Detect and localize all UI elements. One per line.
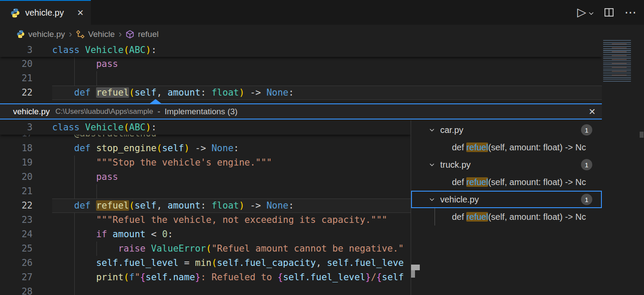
code-token: None [212,143,234,153]
chevron-down-icon[interactable] [428,161,435,168]
peek-editor[interactable]: 3class Vehicle(ABC): 17 @abstractmethod … [0,120,411,295]
code-token: ABC [129,122,146,133]
code-line-22[interactable]: 22 def refuel(self, amount: float) -> No… [0,199,411,213]
minimap[interactable] [603,40,631,82]
tab-vehicle-py[interactable]: vehicle.py ✕ [0,0,91,25]
code-token: ) [239,87,245,98]
code-token: self.fuel_leve [327,258,404,268]
code-text: class Vehicle(ABC): [52,120,411,135]
scrollbar-thumb[interactable] [640,132,644,138]
code-text: raise ValueError("Refuel amount cannot b… [52,242,411,256]
line-number[interactable]: 26 [0,256,52,270]
peek-file-path: C:\Users\luabud\Apps\sample [56,107,153,116]
breadcrumb-item-file[interactable]: vehicle.py [17,30,65,39]
code-token: amount [168,87,201,98]
line-number[interactable]: 20 [0,57,52,71]
breadcrumb-label: Vehicle [88,30,115,39]
code-line-21[interactable]: 21 [0,71,602,86]
code-token: @abstractmethod [74,135,157,139]
code-token: stop_engine [96,143,156,153]
code-token: float [212,200,239,211]
reference-match: refuel [466,212,488,222]
code-line-3[interactable]: 3class Vehicle(ABC): [0,120,411,135]
breadcrumb: vehicle.py › Vehicle › refuel [0,25,644,43]
code-token: { [140,272,146,282]
vscode-window: vehicle.py ✕ ▷ ⋯ vehicle [0,0,644,295]
code-line-18[interactable]: 18 def stop_engine(self) -> None: [0,141,411,156]
line-number[interactable]: 24 [0,227,52,242]
code-line-3[interactable]: 3class Vehicle(ABC): [0,43,602,57]
tree-file-row-truck-py[interactable]: truck.py1 [411,156,602,173]
tab-close-icon[interactable]: ✕ [77,8,84,18]
code-line-28[interactable]: 28 [0,285,411,295]
peek-close-icon[interactable]: ✕ [588,104,596,119]
code-line-25[interactable]: 25 raise ValueError("Refuel amount canno… [0,242,411,256]
breadcrumb-item-class[interactable]: Vehicle [76,30,115,39]
code-token: Vehicle [85,122,124,133]
line-number[interactable]: 27 [0,270,52,285]
code-token: min [195,258,212,268]
line-number[interactable]: 3 [0,120,52,135]
line-number[interactable]: 20 [0,170,52,184]
line-number[interactable]: 22 [0,86,52,100]
tree-file-row-car-py[interactable]: car.py1 [411,121,602,139]
line-number[interactable]: 3 [0,43,52,57]
tree-reference-row[interactable]: def refuel(self, amount: float) -> Nc [411,139,602,156]
code-line-23[interactable]: 23 """Refuel the vehicle, not exceeding … [0,213,411,227]
breadcrumb-separator-icon: › [69,30,72,39]
tree-file-row-vehicle-py[interactable]: vehicle.py1 [411,191,602,208]
line-number[interactable]: 19 [0,156,52,170]
more-actions-icon[interactable]: ⋯ [624,7,637,19]
sticky-scroll-line[interactable]: 3class Vehicle(ABC): [0,120,411,135]
run-python-file-icon[interactable]: ▷ [577,7,586,18]
code-line-20[interactable]: 20 pass [0,170,411,184]
code-token: " [135,272,140,282]
tab-bar: vehicle.py ✕ ▷ ⋯ [0,0,644,25]
code-token: amount [168,200,201,211]
chevron-down-icon[interactable] [428,196,435,203]
code-line-21[interactable]: 21 [0,184,411,199]
code-line-19[interactable]: 19 """Stop the vehicle's engine.""" [0,156,411,170]
code-token: def [74,200,96,211]
code-token: ( [206,243,212,254]
peek-results-tree: car.py1def refuel(self, amount: float) -… [411,120,602,295]
editor-pane[interactable]: 3class Vehicle(ABC): 20 pass2122 def ref… [0,43,602,103]
tree-reference-row[interactable]: def refuel(self, amount: float) -> Nc [411,208,602,225]
line-number[interactable]: 18 [0,141,52,156]
line-number[interactable]: 25 [0,242,52,256]
code-line-26[interactable]: 26 self.fuel_level = min(self.fuel_capac… [0,256,411,270]
code-line-20[interactable]: 20 pass [0,57,602,71]
line-number[interactable]: 23 [0,213,52,227]
code-token: self.fuel_level [96,258,179,268]
code-token: self.name [146,272,195,282]
code-token: self.fuel_capacity [217,258,316,268]
tree-indent-guide [435,208,435,225]
code-line-24[interactable]: 24 if amount < 0: [0,227,411,242]
code-token: : [151,122,157,133]
line-number[interactable]: 21 [0,184,52,199]
line-number[interactable]: 28 [0,285,52,295]
line-number[interactable]: 17 [0,135,52,141]
code-token: , [156,200,167,211]
editor-actions: ▷ ⋯ [577,0,644,25]
code-token: class [52,122,85,133]
highlighted-symbol: refuel [96,200,129,211]
code-token: { [277,272,283,282]
run-dropdown-chevron-icon[interactable] [588,10,594,17]
code-token: raise [118,243,151,254]
sticky-scroll-line[interactable]: 3class Vehicle(ABC): [0,43,602,57]
split-editor-icon[interactable] [604,7,614,17]
code-token: f [129,272,135,282]
tree-reference-row[interactable]: def refuel(self, amount: float) -> Nc [411,173,602,191]
breadcrumb-item-method[interactable]: refuel [126,30,159,39]
reference-count-badge: 1 [581,124,592,136]
code-token: 0 [162,229,168,239]
chevron-down-icon[interactable] [428,126,435,133]
code-line-17[interactable]: 17 @abstractmethod [0,135,411,141]
line-number[interactable]: 21 [0,71,52,86]
code-line-27[interactable]: 27 print(f"{self.name}: Refueled to {sel… [0,270,411,285]
code-line-22[interactable]: 22 def refuel(self, amount: float) -> No… [0,86,602,100]
line-number[interactable]: 22 [0,199,52,213]
code-token: : [289,200,294,211]
code-token: self [382,272,404,282]
